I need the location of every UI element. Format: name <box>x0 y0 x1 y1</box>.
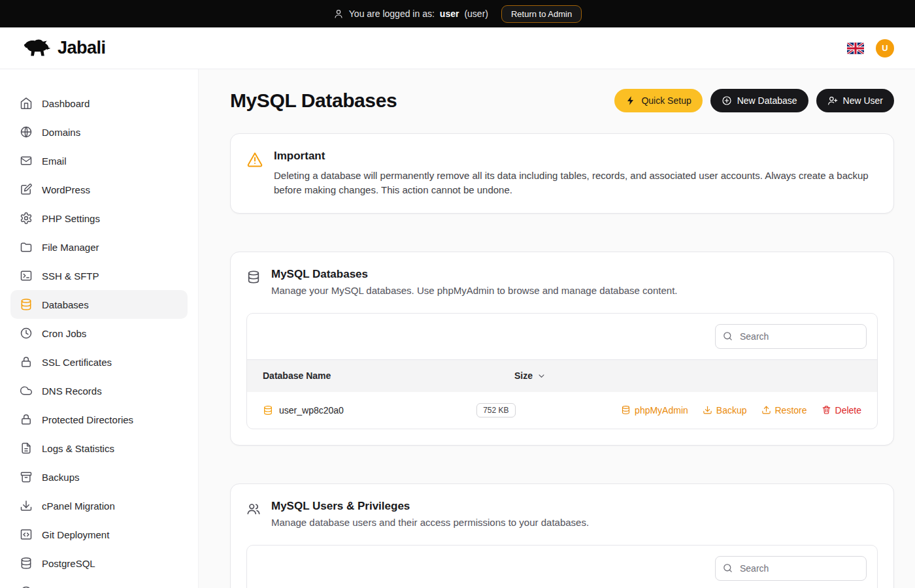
new-user-label: New User <box>843 95 883 106</box>
sidebar-item-cpanel-migration[interactable]: cPanel Migration <box>10 491 188 520</box>
circle-icon <box>20 585 33 588</box>
delete-button[interactable]: Delete <box>822 405 861 416</box>
users-search-box <box>715 556 867 581</box>
new-database-button[interactable]: New Database <box>710 89 808 112</box>
database-icon <box>621 405 631 415</box>
sidebar-item-label: Cron Jobs <box>42 328 86 339</box>
databases-search-input[interactable] <box>739 331 859 342</box>
users-card-header: MySQL Users & Privileges Manage database… <box>246 500 878 528</box>
sidebar-item-dashboard[interactable]: Dashboard <box>10 89 188 118</box>
phpmyadmin-link[interactable]: phpMyAdmin <box>621 405 688 416</box>
quick-setup-label: Quick Setup <box>641 95 691 106</box>
header-right: U <box>847 39 894 57</box>
column-database-name: Database Name <box>263 370 514 381</box>
page-title: MySQL Databases <box>230 90 397 112</box>
users-search-input[interactable] <box>739 563 859 574</box>
sidebar-item-wordpress[interactable]: WordPress <box>10 175 188 204</box>
database-name: user_wp8c20a0 <box>279 405 344 416</box>
backup-label: Backup <box>716 405 747 416</box>
sidebar-item-databases[interactable]: Databases <box>10 290 188 319</box>
cloud-icon <box>20 384 33 397</box>
impersonation-username: user <box>440 8 459 19</box>
restore-button[interactable]: Restore <box>761 405 807 416</box>
sidebar-item-label: Databases <box>42 299 89 310</box>
phpmyadmin-label: phpMyAdmin <box>635 405 688 416</box>
sidebar-item-logs-statistics[interactable]: Logs & Statistics <box>10 434 188 463</box>
trash-icon <box>822 405 831 415</box>
sidebar-item-label: Protected Directories <box>42 414 133 425</box>
sidebar-item-label: cPanel Migration <box>42 500 115 512</box>
brand-name: Jabali <box>58 38 106 58</box>
sidebar-item-ssl-certificates[interactable]: SSL Certificates <box>10 348 188 376</box>
brand-logo[interactable]: Jabali <box>21 38 106 59</box>
impersonation-message: You are logged in as: user (user) <box>333 8 488 19</box>
column-size[interactable]: Size <box>514 370 684 381</box>
app-header: Jabali U <box>0 27 915 69</box>
main-content: MySQL Databases Quick Setup New Database… <box>199 69 915 588</box>
sidebar-item-label: WordPress <box>42 184 90 195</box>
sidebar-item-backups[interactable]: Backups <box>10 463 188 491</box>
sidebar-item-git-deployment[interactable]: Git Deployment <box>10 520 188 549</box>
sidebar-item-protected-directories[interactable]: Protected Directories <box>10 405 188 434</box>
important-notice-card: Important Deleting a database will perma… <box>230 133 894 214</box>
page-actions: Quick Setup New Database New User <box>614 89 894 112</box>
databases-card-title: MySQL Databases <box>271 268 677 281</box>
sidebar-item-label: PHP Settings <box>42 213 100 224</box>
database-icon <box>246 270 261 284</box>
databases-table-toolbar <box>247 314 877 359</box>
impersonation-banner: You are logged in as: user (user) Return… <box>0 0 915 27</box>
users-table-toolbar <box>247 546 877 588</box>
zap-icon <box>625 95 636 106</box>
sidebar-item-postgresql[interactable]: PostgreSQL <box>10 549 188 578</box>
sidebar-item-dns-records[interactable]: DNS Records <box>10 376 188 405</box>
uk-flag-icon <box>847 42 864 54</box>
sidebar-item-label: File Manager <box>42 242 99 253</box>
users-table: User Database Privileges <box>246 545 878 588</box>
databases-card-header: MySQL Databases Manage your MySQL databa… <box>246 268 878 296</box>
backup-button[interactable]: Backup <box>703 405 747 416</box>
sidebar-item-label: Domains <box>42 127 80 138</box>
new-database-label: New Database <box>737 95 797 106</box>
notice-body: Deleting a database will permanently rem… <box>274 169 878 197</box>
folder-icon <box>20 240 33 253</box>
databases-card: MySQL Databases Manage your MySQL databa… <box>230 252 894 446</box>
database-icon <box>20 557 33 570</box>
sidebar-item-cron-jobs[interactable]: Cron Jobs <box>10 319 188 348</box>
databases-table: Database Name Size user_wp8c20a0 752 KB <box>246 313 878 429</box>
boar-logo-icon <box>21 38 51 59</box>
sidebar-item-label: DNS Records <box>42 385 102 397</box>
sidebar-item-domains[interactable]: Domains <box>10 118 188 146</box>
quick-setup-button[interactable]: Quick Setup <box>614 89 702 112</box>
download-icon <box>20 499 33 512</box>
impersonation-prefix: You are logged in as: <box>349 8 435 19</box>
sidebar-item-label: Dashboard <box>42 98 90 109</box>
sidebar-item-email[interactable]: Email <box>10 146 188 175</box>
search-icon <box>722 331 733 342</box>
databases-search-box <box>715 324 867 349</box>
mail-icon <box>20 154 33 167</box>
warning-icon <box>246 151 263 168</box>
database-icon <box>263 405 273 416</box>
users-icon <box>246 502 261 516</box>
new-user-button[interactable]: New User <box>816 89 894 112</box>
edit-icon <box>20 183 33 196</box>
users-card-title: MySQL Users & Privileges <box>271 500 589 513</box>
sidebar-item-extra[interactable] <box>10 578 188 588</box>
sidebar-item-label: SSL Certificates <box>42 357 112 368</box>
sidebar-item-file-manager[interactable]: File Manager <box>10 233 188 261</box>
language-flag-button[interactable] <box>847 42 864 54</box>
globe-icon <box>20 125 33 139</box>
sidebar-item-php-settings[interactable]: PHP Settings <box>10 204 188 233</box>
databases-card-subtitle: Manage your MySQL databases. Use phpMyAd… <box>271 285 677 296</box>
lock-icon <box>20 355 33 368</box>
user-avatar[interactable]: U <box>876 39 894 57</box>
notice-title: Important <box>274 150 878 163</box>
return-to-admin-button[interactable]: Return to Admin <box>501 5 582 23</box>
sidebar-item-ssh-sftp[interactable]: SSH & SFTP <box>10 261 188 290</box>
impersonation-role: (user) <box>464 8 488 19</box>
sidebar-item-label: SSH & SFTP <box>42 270 99 282</box>
upload-icon <box>761 405 771 415</box>
users-card: MySQL Users & Privileges Manage database… <box>230 483 894 588</box>
user-icon <box>333 8 344 19</box>
download-icon <box>703 405 712 415</box>
